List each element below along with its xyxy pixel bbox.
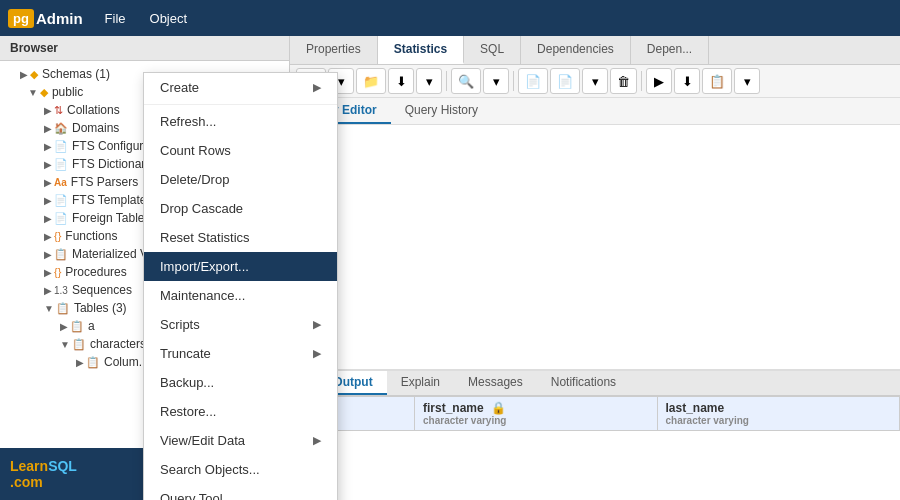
dropdown-view-edit[interactable]: View/Edit Data ▶ bbox=[144, 426, 337, 455]
dropdown-import-export[interactable]: Import/Export... bbox=[144, 252, 337, 281]
object-dropdown: Create ▶ Refresh... Count Rows Delete/Dr… bbox=[143, 72, 338, 500]
format-dropdown[interactable]: ▾ bbox=[734, 68, 760, 94]
copy-button[interactable]: 📄 bbox=[518, 68, 548, 94]
open-button[interactable]: 📁 bbox=[356, 68, 386, 94]
dropdown-delete-drop[interactable]: Delete/Drop bbox=[144, 165, 337, 194]
view-edit-label: View/Edit Data bbox=[160, 433, 245, 448]
schemas-icon: ◆ bbox=[30, 68, 38, 81]
chevron-icon: ▼ bbox=[28, 87, 38, 98]
dropdown-truncate[interactable]: Truncate ▶ bbox=[144, 339, 337, 368]
tab-properties[interactable]: Properties bbox=[290, 36, 378, 64]
chevron-icon: ▶ bbox=[44, 159, 52, 170]
file-menu[interactable]: File bbox=[95, 7, 136, 30]
table-a-label: a bbox=[88, 319, 95, 333]
divider bbox=[144, 104, 337, 105]
refresh-label: Refresh... bbox=[160, 114, 216, 129]
import-export-label: Import/Export... bbox=[160, 259, 249, 274]
domains-label: Domains bbox=[72, 121, 119, 135]
tab-notifications[interactable]: Notifications bbox=[537, 371, 630, 395]
chevron-icon: ▶ bbox=[44, 195, 52, 206]
search-dropdown[interactable]: ▾ bbox=[483, 68, 509, 94]
collations-icon: ⇅ bbox=[54, 104, 63, 117]
output-content: ID 🔒 integer first_name 🔒 character vary… bbox=[290, 396, 900, 500]
dropdown-backup[interactable]: Backup... bbox=[144, 368, 337, 397]
paste-button[interactable]: 📄 bbox=[550, 68, 580, 94]
chevron-icon: ▶ bbox=[44, 177, 52, 188]
paste-dropdown[interactable]: ▾ bbox=[582, 68, 608, 94]
reset-statistics-label: Reset Statistics bbox=[160, 230, 250, 245]
functions-label: Functions bbox=[65, 229, 117, 243]
sequences-icon: 1.3 bbox=[54, 285, 68, 296]
execute-button[interactable]: ▶ bbox=[646, 68, 672, 94]
foreigntables-icon: 📄 bbox=[54, 212, 68, 225]
tab-dependencies[interactable]: Dependencies bbox=[521, 36, 631, 64]
tables-icon: 📋 bbox=[56, 302, 70, 315]
query-editor[interactable]: 1 bbox=[290, 125, 900, 370]
object-menu[interactable]: Object bbox=[140, 7, 198, 30]
columns-label: Colum... bbox=[104, 355, 149, 369]
chevron-icon: ▶ bbox=[44, 249, 52, 260]
truncate-arrow-icon: ▶ bbox=[313, 347, 321, 360]
logo-box: pg bbox=[8, 9, 34, 28]
tab-explain[interactable]: Explain bbox=[387, 371, 454, 395]
tab-statistics[interactable]: Statistics bbox=[378, 36, 464, 64]
chevron-icon: ▶ bbox=[76, 357, 84, 368]
count-rows-label: Count Rows bbox=[160, 143, 231, 158]
right-panel: Properties Statistics SQL Dependencies D… bbox=[290, 36, 900, 500]
query-sub-tabs: Query Editor Query History bbox=[290, 98, 900, 125]
output-tabs: Data Output Explain Messages Notificatio… bbox=[290, 371, 900, 396]
dropdown-reset-statistics[interactable]: Reset Statistics bbox=[144, 223, 337, 252]
chevron-icon: ▶ bbox=[44, 213, 52, 224]
chevron-icon: ▶ bbox=[60, 321, 68, 332]
tab-depen2[interactable]: Depen... bbox=[631, 36, 709, 64]
dropdown-refresh[interactable]: Refresh... bbox=[144, 107, 337, 136]
download-dropdown[interactable]: ▾ bbox=[416, 68, 442, 94]
pgadmin-logo: pg Admin bbox=[8, 9, 83, 28]
dropdown-restore[interactable]: Restore... bbox=[144, 397, 337, 426]
top-nav: pg Admin File Object bbox=[0, 0, 900, 36]
chevron-icon: ▶ bbox=[44, 123, 52, 134]
view-edit-arrow-icon: ▶ bbox=[313, 434, 321, 447]
arrow-icon: ▶ bbox=[313, 81, 321, 94]
download-button[interactable]: ⬇ bbox=[388, 68, 414, 94]
stop-button[interactable]: ⬇ bbox=[674, 68, 700, 94]
procedures-label: Procedures bbox=[65, 265, 126, 279]
columns-icon: 📋 bbox=[86, 356, 100, 369]
truncate-label: Truncate bbox=[160, 346, 211, 361]
delete-button[interactable]: 🗑 bbox=[610, 68, 637, 94]
tab-query-history[interactable]: Query History bbox=[391, 98, 492, 124]
chevron-icon: ▶ bbox=[44, 267, 52, 278]
lock-icon: 🔒 bbox=[491, 401, 506, 415]
format-button[interactable]: 📋 bbox=[702, 68, 732, 94]
materialized-icon: 📋 bbox=[54, 248, 68, 261]
domains-icon: 🏠 bbox=[54, 122, 68, 135]
create-label: Create bbox=[160, 80, 199, 95]
chevron-icon: ▶ bbox=[20, 69, 28, 80]
browser-header: Browser bbox=[0, 36, 289, 61]
ftstemplate-icon: 📄 bbox=[54, 194, 68, 207]
collations-label: Collations bbox=[67, 103, 120, 117]
tab-bar: Properties Statistics SQL Dependencies D… bbox=[290, 36, 900, 65]
table-a-icon: 📋 bbox=[70, 320, 84, 333]
chevron-icon: ▼ bbox=[60, 339, 70, 350]
dropdown-drop-cascade[interactable]: Drop Cascade bbox=[144, 194, 337, 223]
backup-label: Backup... bbox=[160, 375, 214, 390]
col-lastname: last_name character varying bbox=[657, 397, 900, 431]
dropdown-count-rows[interactable]: Count Rows bbox=[144, 136, 337, 165]
dropdown-scripts[interactable]: Scripts ▶ bbox=[144, 310, 337, 339]
tab-messages[interactable]: Messages bbox=[454, 371, 537, 395]
tab-sql[interactable]: SQL bbox=[464, 36, 521, 64]
ftsdict-icon: 📄 bbox=[54, 158, 68, 171]
dropdown-search-objects[interactable]: Search Objects... bbox=[144, 455, 337, 484]
dropdown-create[interactable]: Create ▶ bbox=[144, 73, 337, 102]
dropdown-maintenance[interactable]: Maintenance... bbox=[144, 281, 337, 310]
scripts-arrow-icon: ▶ bbox=[313, 318, 321, 331]
restore-label: Restore... bbox=[160, 404, 216, 419]
drop-cascade-label: Drop Cascade bbox=[160, 201, 243, 216]
scripts-label: Scripts bbox=[160, 317, 200, 332]
dropdown-query-tool[interactable]: Query Tool... bbox=[144, 484, 337, 500]
separator bbox=[446, 71, 447, 91]
search-button[interactable]: 🔍 bbox=[451, 68, 481, 94]
table-characters-label: characters bbox=[90, 337, 146, 351]
query-tool-label: Query Tool... bbox=[160, 491, 233, 500]
